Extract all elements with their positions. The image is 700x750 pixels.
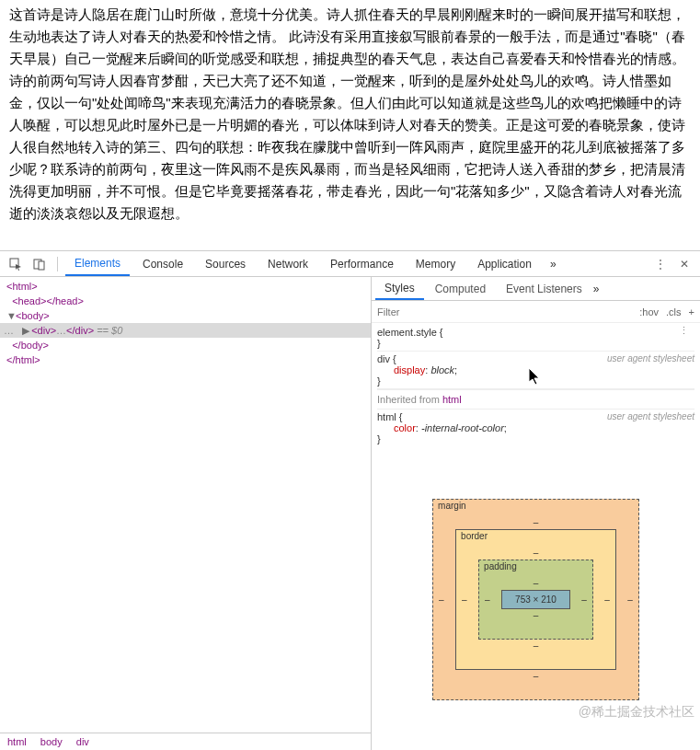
- tab-sources[interactable]: Sources: [196, 251, 255, 276]
- bm-border[interactable]: border – – – padding – – – 753 × 210 –: [455, 529, 616, 670]
- devtools: Elements Console Sources Network Perform…: [0, 250, 700, 750]
- dom-node-html-close[interactable]: </html>: [0, 352, 371, 367]
- new-rule-button[interactable]: +: [689, 306, 694, 317]
- elements-panel: <html> <head></head> ▼<body> … ▶<div>…</…: [0, 277, 372, 750]
- hov-toggle[interactable]: :hov: [639, 306, 659, 317]
- styles-tabs: Styles Computed Event Listeners »: [372, 277, 700, 301]
- breadcrumb[interactable]: html body div: [0, 733, 371, 750]
- tab-network[interactable]: Network: [258, 251, 317, 276]
- dom-node-body-close[interactable]: </body>: [0, 338, 371, 352]
- styles-filter-row: :hov .cls +: [372, 301, 700, 323]
- tab-event-listeners[interactable]: Event Listeners: [497, 277, 591, 300]
- style-rules: ⋮ element.style { } user agent styleshee…: [372, 323, 700, 448]
- tab-console[interactable]: Console: [133, 251, 192, 276]
- inherited-from: Inherited from html: [377, 389, 694, 410]
- crumb-body[interactable]: body: [40, 736, 63, 747]
- rule-element-style[interactable]: ⋮ element.style { }: [377, 325, 694, 352]
- inspect-icon[interactable]: [6, 254, 26, 274]
- bm-margin[interactable]: margin – – – border – – – padding –: [432, 499, 639, 700]
- tabs-overflow-icon[interactable]: »: [545, 258, 562, 271]
- dom-node-html[interactable]: <html>: [0, 279, 371, 294]
- cls-toggle[interactable]: .cls: [666, 306, 682, 317]
- dom-node-div-selected[interactable]: … ▶<div>…</div> == $0: [0, 323, 371, 338]
- tab-application[interactable]: Application: [468, 251, 541, 276]
- bm-padding[interactable]: padding – – – 753 × 210 –: [478, 560, 593, 640]
- rule-html[interactable]: user agent stylesheet html { color: -int…: [377, 410, 694, 446]
- ua-label: user agent stylesheet: [607, 411, 694, 421]
- dom-tree[interactable]: <html> <head></head> ▼<body> … ▶<div>…</…: [0, 277, 371, 733]
- dom-node-body[interactable]: ▼<body>: [0, 308, 371, 323]
- close-icon[interactable]: ✕: [674, 254, 694, 274]
- styles-panel: Styles Computed Event Listeners » :hov .…: [372, 277, 700, 750]
- device-icon[interactable]: [29, 254, 50, 274]
- kebab-icon[interactable]: ⋮: [650, 254, 671, 274]
- divider: [57, 257, 58, 271]
- watermark: @稀土掘金技术社区: [579, 704, 694, 721]
- styles-tabs-overflow-icon[interactable]: »: [593, 283, 600, 295]
- prop-display[interactable]: display: block;: [377, 364, 694, 375]
- tab-performance[interactable]: Performance: [321, 251, 403, 276]
- ua-label: user agent stylesheet: [607, 353, 694, 363]
- rule-div[interactable]: user agent stylesheet div { display: blo…: [377, 352, 694, 389]
- bm-content[interactable]: 753 × 210: [501, 590, 570, 609]
- tab-styles[interactable]: Styles: [375, 277, 424, 300]
- crumb-div[interactable]: div: [76, 736, 89, 747]
- devtools-toolbar: Elements Console Sources Network Perform…: [0, 251, 700, 277]
- tab-memory[interactable]: Memory: [407, 251, 465, 276]
- svg-rect-2: [39, 261, 44, 270]
- tab-elements[interactable]: Elements: [65, 251, 130, 276]
- rule-menu-icon[interactable]: ⋮: [679, 325, 689, 337]
- article-text: 这首诗是诗人隐居在鹿门山时所做，意境十分优美。诗人抓住春天的早晨刚刚醒来时的一瞬…: [9, 4, 691, 225]
- devtools-body: <html> <head></head> ▼<body> … ▶<div>…</…: [0, 277, 700, 750]
- prop-color[interactable]: color: -internal-root-color;: [377, 422, 694, 433]
- styles-filter-input[interactable]: [377, 306, 639, 317]
- tab-computed[interactable]: Computed: [426, 277, 495, 300]
- crumb-html[interactable]: html: [7, 736, 27, 747]
- page-content: 这首诗是诗人隐居在鹿门山时所做，意境十分优美。诗人抓住春天的早晨刚刚醒来时的一瞬…: [0, 0, 700, 250]
- dom-node-head[interactable]: <head></head>: [0, 294, 371, 308]
